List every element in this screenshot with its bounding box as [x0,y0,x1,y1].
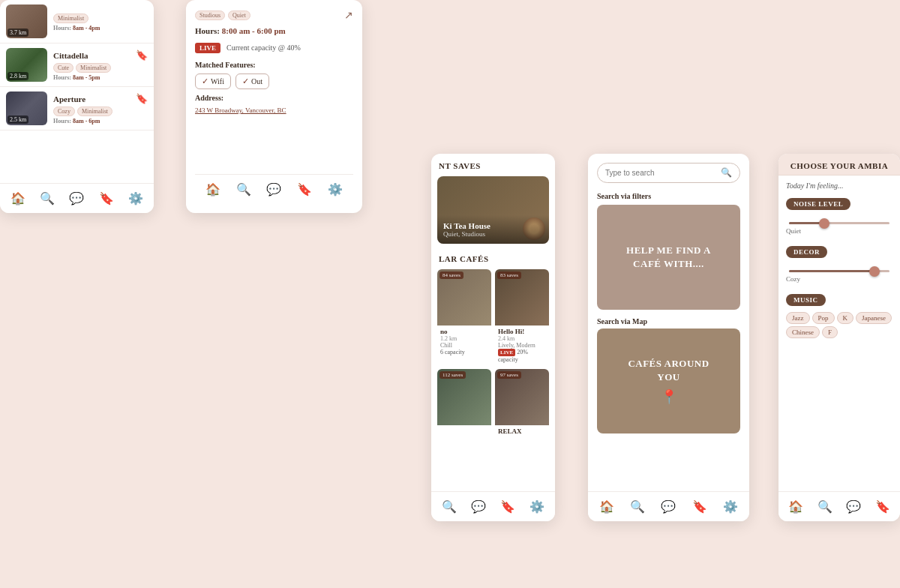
nav-chat-4[interactable]: 💬 [656,498,680,515]
filter-label: Search via filters [588,192,749,205]
decor-section: DECOR Cozy [778,239,900,287]
nav-chat-2[interactable]: 💬 [262,181,286,198]
nav-search-4[interactable]: 🔍 [626,498,650,515]
pop-card-1[interactable]: 84 saves no 1.2 km Chill 6 capacity [437,269,491,365]
nav-settings-3[interactable]: ⚙️ [525,498,549,515]
nav-home-4[interactable]: 🏠 [595,498,619,515]
pop-card-4[interactable]: 97 saves RELAX [495,369,549,437]
bookmark-icon-aperture[interactable]: 🔖 [136,93,148,105]
detail-tags: Studious Quiet ↗ [195,9,353,22]
tag-cute: Cute [53,63,74,73]
nav-home-1[interactable]: 🏠 [6,190,30,207]
popular-cafes-header: LAR CAFÉS [431,247,555,266]
nav-settings-1[interactable]: ⚙️ [124,190,148,207]
nav-settings-4[interactable]: ⚙️ [718,498,742,515]
chip-k[interactable]: K [837,312,854,324]
nav-search-2[interactable]: 🔍 [232,181,256,198]
live-badge: LIVE [195,43,220,53]
tag-minimalist2: Minimalist [76,63,111,73]
pop-card-info-4: RELAX [495,425,549,437]
address-link[interactable]: 243 W Broadway, Vancouver, BC [195,106,353,114]
chip-japanese[interactable]: Japanese [856,312,892,324]
nav-saves-2[interactable]: 🔖 [292,181,316,198]
live-capacity-row: LIVE Current capacity @ 40% [195,40,353,53]
cafe-info-aperture: Aperture 🔖 Cozy Minimalist Hours: 8am - … [53,93,148,124]
nav-saves-1[interactable]: 🔖 [94,190,118,207]
nav-search-5[interactable]: 🔍 [813,498,837,515]
nav-saves-4[interactable]: 🔖 [688,498,712,515]
music-btn[interactable]: MUSIC [786,294,826,306]
share-button[interactable]: ↗ [344,9,353,22]
nav-saves-3[interactable]: 🔖 [496,498,520,515]
nav-chat-3[interactable]: 💬 [466,498,490,515]
saves-card-tags: Quiet, Studious [443,230,543,238]
noise-slider-container [786,222,892,224]
ki-tea-card[interactable]: Ki Tea House Quiet, Studious [437,176,549,244]
nav-settings-2[interactable]: ⚙️ [323,181,347,198]
chip-chinese[interactable]: Chinese [786,326,820,338]
cafe-name-cittadella: Cittadella [53,51,88,60]
popular-grid: 84 saves no 1.2 km Chill 6 capacity 83 s… [431,266,555,440]
noise-label: Quiet [786,227,892,235]
decor-slider-thumb[interactable] [869,266,880,277]
pop-card-cap-2: LIVE20% capacity [498,349,546,363]
nav-search-3[interactable]: 🔍 [437,498,461,515]
pop-card-info-3 [437,425,491,430]
nav-home-5[interactable]: 🏠 [784,498,808,515]
cafe-item-aperture[interactable]: 2.5 km Aperture 🔖 Cozy Minimalist Hours:… [0,87,154,130]
matched-label: Matched Features: [195,61,353,69]
pop-card-img-1: 84 saves [437,269,491,326]
recent-saves-header: NT SAVES [431,154,555,173]
cafe-item-cittadella[interactable]: 2.8 km Cittadella 🔖 Cute Minimalist Hour… [0,44,154,87]
feeling-text: Today I'm feeling... [778,176,900,191]
decor-btn[interactable]: DECOR [786,246,827,258]
nav-chat-5[interactable]: 💬 [842,498,866,515]
distance-badge-cittadella: 2.8 km [8,72,28,80]
cafe-name-aperture: Aperture [53,94,86,104]
check-icon-out: ✓ [242,76,249,86]
pop-card-name-1: no [440,328,488,335]
pop-card-mood-2: Lively, Modern [498,342,546,349]
map-label: Search via Map [588,310,749,328]
pop-card-2[interactable]: 83 saves Hello Hi! 2.4 km Lively, Modern… [495,269,549,365]
nav-search-1[interactable]: 🔍 [35,190,59,207]
nav-home-2[interactable]: 🏠 [201,181,225,198]
nav-chat-1[interactable]: 💬 [64,190,88,207]
pop-card-img-2: 83 saves [495,269,549,326]
tag-studious: Studious [195,10,225,20]
search-input[interactable] [605,169,721,177]
matched-features: ✓ Wifi ✓ Out [195,74,353,89]
feature-wifi: ✓ Wifi [195,74,231,89]
pop-card-info-1: no 1.2 km Chill 6 capacity [437,326,491,358]
out-label: Out [251,77,262,86]
search-bar[interactable]: 🔍 [597,163,740,183]
tag-minimalist3: Minimalist [77,106,112,116]
chip-pop[interactable]: Pop [812,312,835,324]
bottom-nav-4: 🏠 🔍 💬 🔖 ⚙️ [588,491,749,521]
chip-f[interactable]: F [822,326,838,338]
bottom-nav-3: 🔍 💬 🔖 ⚙️ [431,491,555,521]
filter-box[interactable]: HELP ME FIND ACAFÉ WITH.... [597,205,740,310]
pop-card-3[interactable]: 112 saves [437,369,491,437]
decor-slider-container [786,270,892,272]
noise-slider-track [789,222,890,224]
cafe-name-row-aperture: Aperture 🔖 [53,93,148,105]
noise-level-btn[interactable]: NOISE LEVEL [786,198,850,210]
noise-slider-thumb[interactable] [819,218,830,229]
search-icon[interactable]: 🔍 [721,167,732,178]
chip-jazz[interactable]: Jazz [786,312,810,324]
cafe-list-panel: 3.7 km Minimalist Hours: 8am - 4pm 2.8 k… [0,0,154,213]
bookmark-icon-cittadella[interactable]: 🔖 [136,50,148,62]
pop-card-cap-1: 6 capacity [440,349,488,356]
cafe-detail-panel: Studious Quiet ↗ Hours: 8:00 am - 6:00 p… [186,0,362,213]
pop-saves-3: 112 saves [440,371,466,379]
bottom-nav-5: 🏠 🔍 💬 🔖 [778,491,900,521]
music-chips: Jazz Pop K Japanese Chinese F [786,310,892,340]
saves-card-name: Ki Tea House [443,221,543,230]
tag-quiet: Quiet [228,10,250,20]
pop-card-dist-2: 2.4 km [498,335,546,342]
nav-saves-5[interactable]: 🔖 [871,498,895,515]
pop-saves-2: 83 saves [497,272,521,279]
map-box[interactable]: CAFÉS AROUNDYOU 📍 [597,328,740,434]
tag-row-top: Minimalist [53,14,148,23]
